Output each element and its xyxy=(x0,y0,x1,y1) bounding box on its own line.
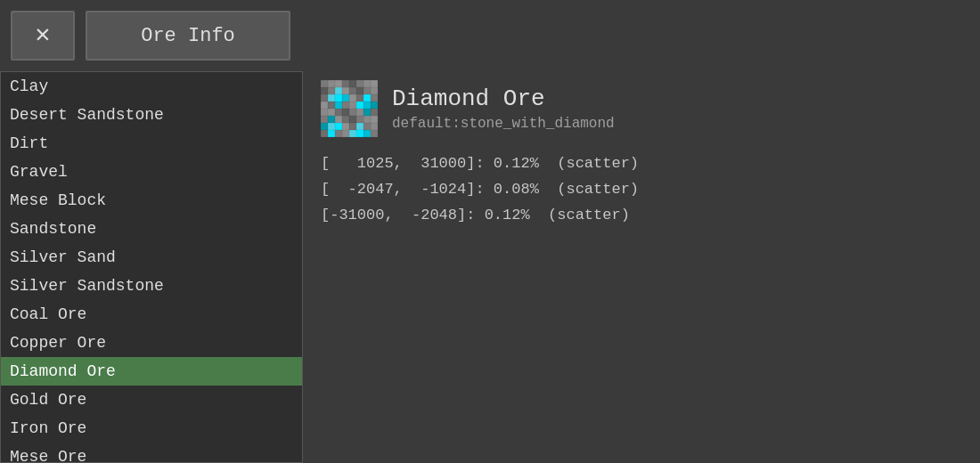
ore-title-block: Diamond Ore default:stone_with_diamond xyxy=(392,85,615,132)
list-item[interactable]: Dirt xyxy=(1,129,302,158)
ore-icon-canvas xyxy=(321,80,378,137)
list-item[interactable]: Mese Block xyxy=(1,186,302,215)
left-panel: ClayDesert SandstoneDirtGravelMese Block… xyxy=(0,71,303,463)
list-item[interactable]: Copper Ore xyxy=(1,329,302,357)
list-item[interactable]: Gravel xyxy=(1,158,302,186)
title-button[interactable]: Ore Info xyxy=(86,11,290,61)
ore-line: [ 1025, 31000]: 0.12% (scatter) xyxy=(321,155,962,172)
ore-data: [ 1025, 31000]: 0.12% (scatter)[ -2047, … xyxy=(321,155,962,223)
ore-icon xyxy=(321,80,378,137)
list-item[interactable]: Mese Ore xyxy=(1,443,302,463)
ore-line: [-31000, -2048]: 0.12% (scatter) xyxy=(321,207,962,223)
list-item[interactable]: Coal Ore xyxy=(1,300,302,329)
ore-line: [ -2047, -1024]: 0.08% (scatter) xyxy=(321,181,962,198)
list-item[interactable]: Gold Ore xyxy=(1,386,302,414)
app-container: ✕ Ore Info ClayDesert SandstoneDirtGrave… xyxy=(0,0,980,463)
list-item[interactable]: Iron Ore xyxy=(1,414,302,443)
list-item[interactable]: Silver Sandstone xyxy=(1,272,302,300)
list-item[interactable]: Silver Sand xyxy=(1,243,302,272)
list-item[interactable]: Desert Sandstone xyxy=(1,101,302,129)
close-icon: ✕ xyxy=(36,23,51,48)
list-container: ClayDesert SandstoneDirtGravelMese Block… xyxy=(0,71,303,463)
list-item[interactable]: Sandstone xyxy=(1,215,302,243)
right-panel: Diamond Ore default:stone_with_diamond [… xyxy=(303,71,980,463)
header: ✕ Ore Info xyxy=(0,0,980,71)
ore-name: Diamond Ore xyxy=(392,85,615,112)
main-content: ClayDesert SandstoneDirtGravelMese Block… xyxy=(0,71,980,463)
list-item[interactable]: Diamond Ore xyxy=(1,357,302,386)
title-label: Ore Info xyxy=(141,25,235,47)
ore-header: Diamond Ore default:stone_with_diamond xyxy=(321,80,962,137)
ore-id: default:stone_with_diamond xyxy=(392,116,615,132)
list-item[interactable]: Clay xyxy=(1,72,302,101)
ore-list[interactable]: ClayDesert SandstoneDirtGravelMese Block… xyxy=(0,71,303,463)
close-button[interactable]: ✕ xyxy=(11,11,75,61)
